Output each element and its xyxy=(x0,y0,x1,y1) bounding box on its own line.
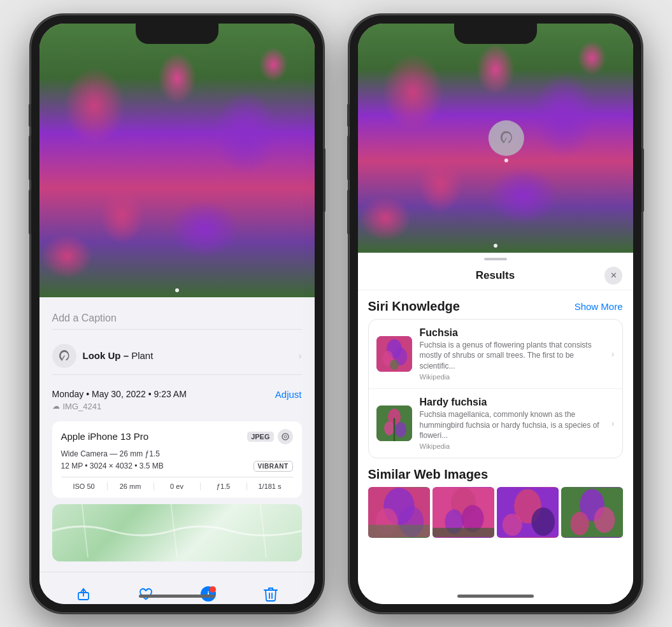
heart-icon xyxy=(138,586,154,602)
exif-ev: 0 ev xyxy=(154,483,201,490)
fuchsia-chevron-icon: › xyxy=(611,349,615,359)
web-image-3-svg xyxy=(497,487,559,538)
vibrant-badge: VIBRANT xyxy=(254,461,293,472)
visual-search-leaf-icon xyxy=(496,129,515,148)
svg-point-6 xyxy=(210,586,216,593)
map-roads-overlay xyxy=(52,504,302,558)
exif-iso: ISO 50 xyxy=(61,483,108,490)
exif-row: ISO 50 26 mm 0 ev ƒ1.5 1/181 s xyxy=(61,477,293,490)
home-indicator xyxy=(139,595,215,598)
right-photo-display[interactable] xyxy=(358,24,633,253)
show-more-button[interactable]: Show More xyxy=(575,301,623,312)
vs-dot xyxy=(504,159,508,162)
exif-shutter: 1/181 s xyxy=(247,483,293,490)
knowledge-card: Fuchsia Fuchsia is a genus of flowering … xyxy=(368,319,623,459)
results-header: Results ✕ xyxy=(358,260,633,290)
exif-aperture: ƒ1.5 xyxy=(201,483,247,490)
jpeg-badge: JPEG xyxy=(247,432,273,442)
volume-up-button[interactable] xyxy=(29,136,31,180)
left-phone-screen: Add a Caption Look Up – Plant › xyxy=(39,24,315,604)
volume-down-button[interactable] xyxy=(29,190,31,234)
web-image-3[interactable] xyxy=(497,487,559,538)
file-spec: 12 MP • 3024 × 4032 • 3.5 MB xyxy=(61,461,164,470)
home-indicator-right xyxy=(457,595,534,598)
siri-knowledge-section-header: Siri Knowledge Show More xyxy=(368,290,623,319)
mute-button-right[interactable] xyxy=(347,104,350,127)
page-dot-1 xyxy=(175,288,179,292)
web-image-4-svg xyxy=(561,487,623,538)
hardy-fuchsia-name: Hardy fuchsia xyxy=(420,397,604,408)
hardy-fuchsia-chevron-icon: › xyxy=(611,418,615,428)
power-button-right[interactable] xyxy=(641,148,644,212)
web-images-title: Similar Web Images xyxy=(368,467,489,481)
power-button[interactable] xyxy=(323,148,325,212)
notch xyxy=(136,24,218,44)
siri-knowledge-title: Siri Knowledge xyxy=(368,299,460,314)
device-info-card: Apple iPhone 13 Pro JPEG Wide Camera xyxy=(52,421,302,498)
svg-point-17 xyxy=(395,422,406,437)
device-badges: JPEG xyxy=(247,429,292,444)
svg-point-16 xyxy=(384,421,394,435)
svg-point-35 xyxy=(570,512,589,535)
cloud-icon: ☁ xyxy=(52,402,60,411)
map-thumbnail[interactable] xyxy=(52,504,302,561)
leaf-icon xyxy=(57,349,71,363)
device-name: Apple iPhone 13 Pro xyxy=(61,431,149,442)
svg-point-36 xyxy=(594,507,615,533)
web-image-2[interactable] xyxy=(433,487,494,538)
svg-point-0 xyxy=(282,433,289,440)
svg-point-1 xyxy=(284,435,287,438)
hardy-fuchsia-thumb-image xyxy=(376,405,412,441)
file-spec-row: 12 MP • 3024 × 4032 • 3.5 MB VIBRANT xyxy=(61,461,293,472)
lookup-row[interactable]: Look Up – Plant › xyxy=(52,337,302,375)
web-image-1[interactable] xyxy=(368,487,430,538)
delete-button[interactable] xyxy=(257,580,285,604)
svg-rect-28 xyxy=(433,528,494,538)
knowledge-item-hardy-fuchsia[interactable]: Hardy fuchsia Fuchsia magellanica, commo… xyxy=(369,389,622,458)
lookup-label: Look Up – Plant xyxy=(83,350,154,361)
filename-text: IMG_4241 xyxy=(63,402,102,411)
results-close-button[interactable]: ✕ xyxy=(604,267,622,285)
fuchsia-thumbnail xyxy=(376,336,412,372)
camera-spec: Wide Camera — 26 mm ƒ1.5 xyxy=(61,449,293,458)
device-header: Apple iPhone 13 Pro JPEG xyxy=(61,429,293,444)
info-button[interactable]: i xyxy=(194,580,222,604)
fuchsia-thumb-image xyxy=(376,336,412,372)
hardy-fuchsia-description: Fuchsia magellanica, commonly known as t… xyxy=(420,409,604,441)
adjust-button[interactable]: Adjust xyxy=(275,389,302,400)
trash-icon xyxy=(264,586,278,602)
date-info-row: Monday • May 30, 2022 • 9:23 AM ☁ IMG_42… xyxy=(52,383,302,416)
left-phone-frame: Add a Caption Look Up – Plant › xyxy=(31,15,324,613)
results-title: Results xyxy=(476,269,515,282)
mute-button[interactable] xyxy=(29,104,31,127)
web-image-4[interactable] xyxy=(561,487,623,538)
volume-down-button-right[interactable] xyxy=(347,190,350,234)
share-button[interactable] xyxy=(69,580,97,604)
fuchsia-name: Fuchsia xyxy=(420,327,604,339)
svg-point-13 xyxy=(390,360,399,370)
right-phone-screen: Results ✕ Siri Knowledge Show More xyxy=(358,24,633,604)
svg-rect-23 xyxy=(368,525,430,537)
notch-right xyxy=(454,24,537,44)
knowledge-item-fuchsia[interactable]: Fuchsia Fuchsia is a genus of flowering … xyxy=(369,320,622,389)
lens-icon xyxy=(281,432,290,441)
caption-input[interactable]: Add a Caption xyxy=(52,307,302,330)
hardy-fuchsia-source: Wikipedia xyxy=(420,442,604,450)
right-phone-frame: Results ✕ Siri Knowledge Show More xyxy=(349,15,642,613)
info-icon: i xyxy=(199,584,218,603)
results-scroll-area[interactable]: Siri Knowledge Show More xyxy=(358,290,633,604)
results-panel: Results ✕ Siri Knowledge Show More xyxy=(358,253,633,604)
right-page-dots xyxy=(494,244,497,248)
lookup-chevron-icon: › xyxy=(299,351,302,361)
favorite-button[interactable] xyxy=(132,580,160,604)
fuchsia-source: Wikipedia xyxy=(420,373,604,381)
filename-row: ☁ IMG_4241 xyxy=(52,402,187,411)
fuchsia-description: Fuchsia is a genus of flowering plants t… xyxy=(420,340,604,372)
volume-up-button-right[interactable] xyxy=(347,136,350,180)
svg-point-32 xyxy=(531,508,555,537)
lookup-icon-circle xyxy=(52,344,76,368)
lens-icon-button[interactable] xyxy=(278,429,293,444)
photo-display[interactable] xyxy=(39,24,315,297)
exif-mm: 26 mm xyxy=(108,483,154,490)
photo-info-area: Add a Caption Look Up – Plant › xyxy=(39,297,315,572)
